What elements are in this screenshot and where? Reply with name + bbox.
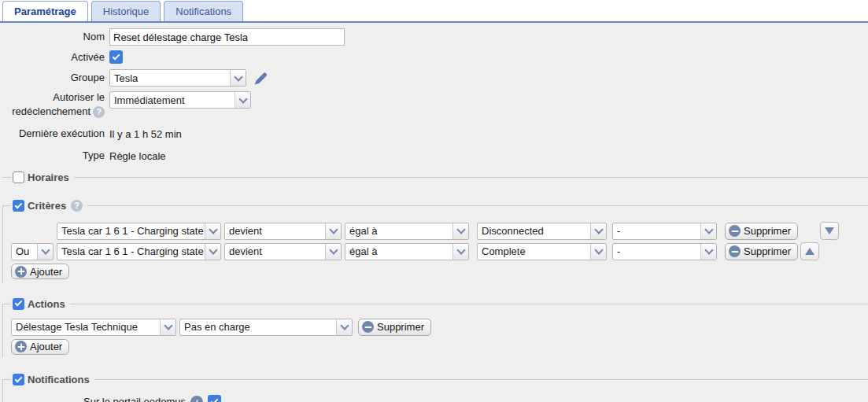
trigger-select[interactable]: devient [224,243,342,260]
name-label: Nom [0,31,105,43]
criteria-row: Tesla car 1 6 1 - Charging state devient… [11,222,868,240]
horaires-checkbox[interactable] [13,171,24,183]
chevron-down-icon[interactable] [205,223,220,239]
portal-notification-checkbox[interactable] [208,395,221,402]
criteres-title: Critères [28,200,66,212]
triangle-down-icon [825,227,834,234]
minus-icon [729,225,741,237]
actions-title: Actions [28,298,65,310]
chevron-down-icon[interactable] [230,70,246,86]
enabled-label: Activée [0,51,105,64]
pencil-icon [253,71,268,86]
group-select[interactable]: Tesla [109,69,246,87]
device-select[interactable]: Tesla car 1 6 1 - Charging state [57,223,221,240]
operator-select[interactable]: égal à [345,243,469,260]
plus-icon [15,341,27,352]
chevron-down-icon[interactable] [700,223,716,239]
check-icon [15,374,23,382]
chevron-down-icon[interactable] [700,244,716,260]
chevron-down-icon[interactable] [205,244,220,260]
supprimer-button[interactable]: Supprimer [725,223,798,240]
actions-checkbox[interactable] [13,298,24,310]
info-icon[interactable]: i [190,396,203,402]
section-horaires: Horaires [0,171,868,183]
enabled-checkbox[interactable] [109,50,123,64]
last-execution-label: Dernière exécution [0,127,105,140]
last-execution-value: Il y a 1 h 52 min [109,127,182,140]
move-up-button[interactable] [800,242,819,260]
move-down-button[interactable] [820,222,839,240]
portal-notification-label: Sur le portail eedomus [83,396,186,402]
section-actions: Actions Délestage Tesla Technique Pas en… [0,298,868,358]
notifications-title: Notifications [28,374,90,385]
notifications-checkbox[interactable] [13,374,24,385]
check-icon [15,201,23,208]
action-row: Délestage Tesla Technique Pas en charge … [11,319,868,336]
chevron-down-icon[interactable] [336,319,352,335]
type-value: Règle locale [109,149,166,162]
tab-parametrage[interactable]: Paramétrage [2,1,88,21]
horaires-title: Horaires [28,171,69,183]
action-value-select[interactable]: Pas en charge [179,319,353,336]
plus-icon [15,266,27,278]
enabled-row: Activée [0,50,868,64]
criteria-row: Ou Tesla car 1 6 1 - Charging state devi… [11,242,868,260]
chevron-down-icon[interactable] [325,223,341,239]
group-label: Groupe [0,72,105,84]
last-execution-row: Dernière exécution Il y a 1 h 52 min [0,127,868,140]
chevron-down-icon[interactable] [325,244,341,260]
device-select[interactable]: Tesla car 1 6 1 - Charging state [57,243,221,260]
extra-select[interactable]: - [612,243,717,260]
tab-notifications[interactable]: Notifications [164,1,243,21]
criteres-checkbox[interactable] [13,200,24,212]
retrigger-select[interactable]: Immédiatement [109,91,251,109]
chevron-down-icon[interactable] [590,244,606,260]
trigger-select[interactable]: devient [224,223,342,240]
extra-select[interactable]: - [612,223,717,240]
chevron-down-icon[interactable] [37,244,53,260]
check-icon [211,396,219,402]
group-row: Groupe Tesla [0,69,868,87]
retrigger-row: Autoriser le redéclenchement ? Immédiate… [0,91,868,118]
conjunction-select[interactable]: Ou [11,243,54,260]
minus-icon [362,321,374,333]
edit-group-button[interactable] [253,71,268,86]
triangle-up-icon [805,248,814,255]
operator-select[interactable]: égal à [345,223,469,240]
tab-bar: Paramétrage Historique Notifications [0,0,868,23]
name-row: Nom [0,28,868,46]
tab-historique[interactable]: Historique [91,1,161,21]
value-select[interactable]: Disconnected [477,223,607,240]
supprimer-button[interactable]: Supprimer [358,319,431,336]
chevron-down-icon[interactable] [160,319,175,335]
help-icon[interactable]: ? [93,106,105,118]
chevron-down-icon[interactable] [452,223,468,239]
help-icon[interactable]: ? [71,200,83,212]
portal-notification-row: Sur le portail eedomus i [83,395,868,402]
supprimer-button[interactable]: Supprimer [725,243,798,260]
chevron-down-icon[interactable] [590,223,606,239]
type-row: Type Règle locale [0,149,868,162]
minus-icon [729,245,741,257]
check-icon [15,299,23,307]
section-notifications: Notifications Sur le portail eedomus i [0,374,868,402]
chevron-down-icon[interactable] [452,244,468,260]
settings-panel: Nom Activée Groupe Tesla Autorise [0,23,868,402]
ajouter-action-button[interactable]: Ajouter [11,339,69,355]
section-criteres: Critères ? Tesla car 1 6 1 - Charging st… [0,200,868,283]
name-field[interactable] [109,28,345,46]
action-device-select[interactable]: Délestage Tesla Technique [11,319,176,336]
chevron-down-icon[interactable] [235,92,250,108]
retrigger-label: Autoriser le redéclenchement ? [0,91,105,118]
value-select[interactable]: Complete [477,243,607,260]
check-icon [113,52,120,60]
type-label: Type [0,149,105,162]
ajouter-criteria-button[interactable]: Ajouter [11,264,69,279]
